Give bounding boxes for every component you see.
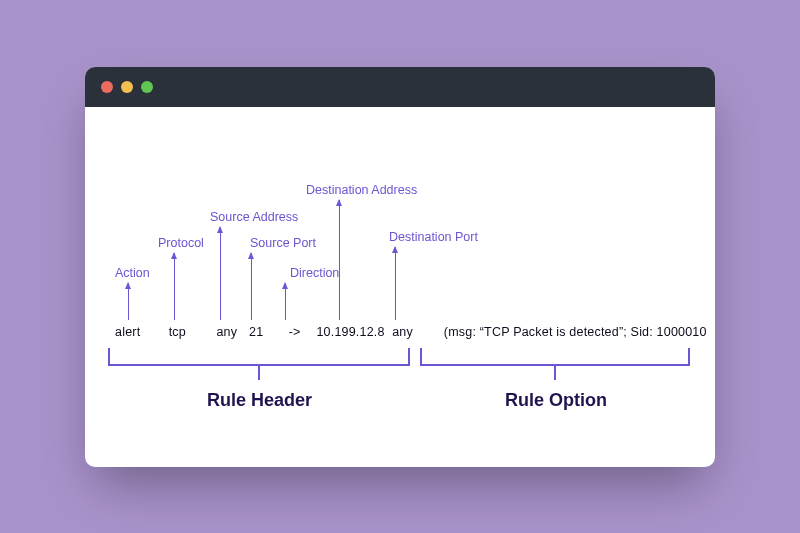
label-src-addr: Source Address <box>210 210 298 224</box>
arrow-action-icon <box>128 283 129 320</box>
minimize-icon[interactable] <box>121 81 133 93</box>
label-dst-addr: Destination Address <box>306 183 417 197</box>
token-protocol: tcp <box>169 325 213 339</box>
titlebar <box>85 67 715 107</box>
arrow-src-port-icon <box>251 253 252 320</box>
maximize-icon[interactable] <box>141 81 153 93</box>
section-option-label: Rule Option <box>505 390 607 411</box>
bracket-header <box>108 348 410 366</box>
token-dst-port: any <box>392 325 440 339</box>
token-options: (msg: “TCP Packet is detected”; Sid: 100… <box>444 325 707 339</box>
section-header-label: Rule Header <box>207 390 312 411</box>
arrow-direction-icon <box>285 283 286 320</box>
rule-text-line: alert tcp any 21 -> 10.199.12.8 any (msg… <box>115 325 707 339</box>
label-protocol: Protocol <box>158 236 204 250</box>
arrow-dst-port-icon <box>395 247 396 320</box>
bracket-header-stem-icon <box>258 366 260 380</box>
token-action: alert <box>115 325 165 339</box>
bracket-option <box>420 348 690 366</box>
label-direction: Direction <box>290 266 339 280</box>
label-src-port: Source Port <box>250 236 316 250</box>
bracket-option-stem-icon <box>554 366 556 380</box>
app-window: alert tcp any 21 -> 10.199.12.8 any (msg… <box>85 67 715 467</box>
token-direction: -> <box>289 325 313 339</box>
token-dst-addr: 10.199.12.8 <box>316 325 388 339</box>
label-dst-port: Destination Port <box>389 230 478 244</box>
arrow-src-addr-icon <box>220 227 221 320</box>
token-src-addr: any <box>216 325 245 339</box>
label-action: Action <box>115 266 150 280</box>
token-src-port: 21 <box>249 325 285 339</box>
arrow-protocol-icon <box>174 253 175 320</box>
diagram-content: alert tcp any 21 -> 10.199.12.8 any (msg… <box>85 107 715 467</box>
arrow-dst-addr-icon <box>339 200 340 320</box>
close-icon[interactable] <box>101 81 113 93</box>
